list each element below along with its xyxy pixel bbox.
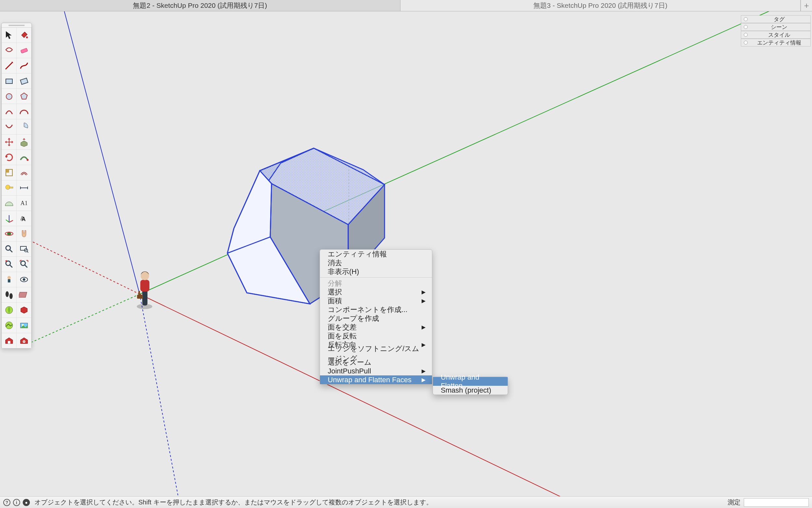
credits-icon[interactable]: i <box>13 499 20 506</box>
polygon-tool[interactable] <box>16 89 32 104</box>
menu-item[interactable]: 非表示(H) <box>320 267 432 276</box>
follow-me-tool[interactable] <box>16 150 32 165</box>
toggle-terrain-tool[interactable] <box>2 318 16 333</box>
offset-tool[interactable] <box>16 165 32 180</box>
toolbar-grip[interactable] <box>2 23 32 28</box>
menu-item[interactable]: 選択▶ <box>320 288 432 296</box>
get-models-icon <box>19 305 29 315</box>
menu-item-label: 面を交差 <box>328 323 356 332</box>
menu-item[interactable]: JointPushPull▶ <box>320 367 432 375</box>
submenu-arrow-icon: ▶ <box>422 289 426 295</box>
document-tab-1[interactable]: 無題2 - SketchUp Pro 2020 (試用期残り7日) <box>0 0 400 11</box>
svg-rect-23 <box>20 78 28 84</box>
tray-scenes[interactable]: シーン <box>741 23 811 31</box>
status-hint: オブジェクトを選択してください。Shift キーを押したまま選択するか、またはマ… <box>35 498 433 507</box>
follow-me-icon <box>19 152 29 163</box>
tool-palette[interactable]: A1AA <box>1 23 32 349</box>
orbit-tool[interactable] <box>2 226 16 242</box>
svg-text:A: A <box>21 216 26 222</box>
push-pull-tool[interactable] <box>16 134 32 150</box>
collapse-icon[interactable] <box>744 25 748 29</box>
rotated-rectangle-tool[interactable] <box>16 74 32 89</box>
select-icon <box>4 30 14 40</box>
menu-item-label: Unwrap and Flatten Faces <box>328 376 412 384</box>
context-submenu-unwrap[interactable]: Unwrap and FlattenSmash (project) <box>433 377 508 395</box>
submenu-item[interactable]: Unwrap and Flatten <box>433 377 508 386</box>
svg-rect-30 <box>9 187 13 188</box>
menu-item[interactable]: エッジをソフトニング/スムージング <box>320 349 432 358</box>
two-point-arc-tool[interactable] <box>16 104 32 119</box>
svg-text:A1: A1 <box>20 200 28 206</box>
tray-label: タグ <box>750 15 808 23</box>
menu-item[interactable]: コンポーネントを作成... <box>320 305 432 314</box>
add-location-tool[interactable] <box>2 303 16 318</box>
axes-tool[interactable] <box>2 211 16 226</box>
tray-styles[interactable]: スタイル <box>741 31 811 39</box>
tray-tags[interactable]: タグ <box>741 15 811 23</box>
pan-tool[interactable] <box>16 226 32 242</box>
menu-item[interactable]: エンティティ情報 <box>320 250 432 258</box>
measure-input[interactable] <box>744 498 809 507</box>
menu-item[interactable]: 面積▶ <box>320 296 432 305</box>
svg-rect-52 <box>8 341 10 344</box>
walk-icon <box>4 290 14 300</box>
menu-item[interactable]: 消去 <box>320 258 432 267</box>
arc-tool[interactable] <box>2 104 16 119</box>
walk-tool[interactable] <box>2 287 16 303</box>
submenu-arrow-icon: ▶ <box>422 298 426 304</box>
position-camera-tool[interactable] <box>2 272 16 287</box>
eraser-tool[interactable] <box>16 43 32 58</box>
three-point-arc-tool[interactable] <box>2 119 16 134</box>
context-menu[interactable]: エンティティ情報消去非表示(H)分解選択▶面積▶コンポーネントを作成...グルー… <box>320 249 432 384</box>
menu-item[interactable]: Unwrap and Flatten Faces▶ <box>320 375 432 384</box>
dimension-tool[interactable] <box>16 180 32 196</box>
look-around-tool[interactable] <box>16 272 32 287</box>
dimension-icon <box>19 183 29 193</box>
get-models-tool[interactable] <box>16 303 32 318</box>
freehand-tool[interactable] <box>16 58 32 74</box>
circle-tool[interactable] <box>2 89 16 104</box>
menu-item[interactable]: 面を交差▶ <box>320 323 432 332</box>
svg-rect-16 <box>140 280 149 292</box>
protractor-tool[interactable] <box>2 196 16 211</box>
lasso-select-tool[interactable] <box>2 43 16 58</box>
move-tool[interactable] <box>2 134 16 150</box>
menu-item[interactable]: グループを作成 <box>320 314 432 323</box>
select-tool[interactable] <box>2 28 16 43</box>
svg-rect-37 <box>20 246 26 250</box>
document-tab-2[interactable]: 無題3 - SketchUp Pro 2020 (試用期残り7日) <box>400 0 801 11</box>
zoom-window-tool[interactable] <box>16 242 32 257</box>
svg-rect-28 <box>6 169 9 173</box>
geolocation-icon[interactable]: ? <box>3 499 10 506</box>
pie-tool[interactable] <box>16 119 32 134</box>
svg-point-20 <box>26 36 28 38</box>
zoom-tool[interactable] <box>2 242 16 257</box>
text-tool[interactable]: A1 <box>16 196 32 211</box>
collapse-icon[interactable] <box>744 41 748 45</box>
3d-warehouse-tool[interactable] <box>2 333 16 348</box>
new-tab-button[interactable]: + <box>801 0 812 11</box>
rotate-tool[interactable] <box>2 150 16 165</box>
paint-bucket-tool[interactable] <box>16 28 32 43</box>
scale-tool[interactable] <box>2 165 16 180</box>
collapse-icon[interactable] <box>744 33 748 37</box>
menu-item[interactable]: 選択をズーム <box>320 358 432 367</box>
extension-warehouse-tool[interactable] <box>16 333 32 348</box>
previous-view-tool[interactable] <box>2 257 16 272</box>
3d-text-tool[interactable]: AA <box>16 211 32 226</box>
document-tab-1-title: 無題2 - SketchUp Pro 2020 (試用期残り7日) <box>133 1 267 10</box>
rectangle-tool[interactable] <box>2 74 16 89</box>
tray-entity-info[interactable]: エンティティ情報 <box>741 39 811 46</box>
profile-icon[interactable]: ● <box>23 499 30 506</box>
line-tool[interactable] <box>2 58 16 74</box>
menu-item-label: コンポーネントを作成... <box>328 305 407 314</box>
collapse-icon[interactable] <box>744 17 748 21</box>
plus-icon: + <box>804 1 809 11</box>
zoom-extents-tool[interactable] <box>16 257 32 272</box>
menu-item[interactable]: 面を反転 <box>320 332 432 340</box>
tape-measure-tool[interactable] <box>2 180 16 196</box>
section-plane-tool[interactable] <box>16 287 32 303</box>
photo-textures-tool[interactable] <box>16 318 32 333</box>
svg-point-46 <box>9 293 13 299</box>
submenu-item[interactable]: Smash (project) <box>433 386 508 394</box>
